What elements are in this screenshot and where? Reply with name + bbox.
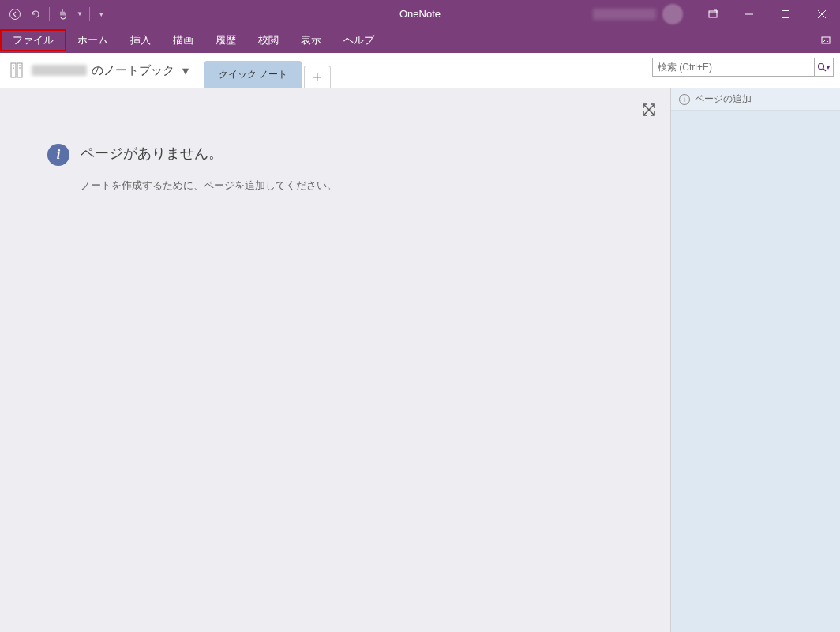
minimize-button[interactable] (731, 0, 767, 28)
tab-review[interactable]: 校閲 (247, 28, 290, 53)
empty-state: i ページがありません。 ノートを作成するために、ページを追加してください。 (47, 144, 623, 193)
separator (49, 7, 50, 21)
customize-qat-icon[interactable]: ▾ (96, 10, 103, 18)
tab-file[interactable]: ファイル (0, 29, 66, 51)
touch-mode-icon[interactable] (56, 7, 70, 21)
empty-text: ページがありません。 ノートを作成するために、ページを追加してください。 (81, 144, 337, 193)
add-page-label: ページの追加 (695, 92, 752, 106)
tab-history[interactable]: 履歴 (204, 28, 247, 53)
undo-icon[interactable] (28, 7, 43, 21)
plus-circle-icon: + (679, 94, 690, 105)
maximize-button[interactable] (767, 0, 804, 28)
empty-subtext: ノートを作成するために、ページを追加してください。 (81, 179, 337, 193)
ribbon-display-options-button[interactable] (695, 0, 731, 28)
user-name-redacted (593, 9, 656, 20)
page-list-pane: + ページの追加 (670, 88, 840, 632)
notebook-selector[interactable]: のノートブック ▾ (0, 53, 197, 88)
search-button[interactable]: ▾ (814, 58, 833, 76)
fullscreen-icon[interactable] (642, 103, 656, 120)
main-area: i ページがありません。 ノートを作成するために、ページを追加してください。 +… (0, 88, 840, 632)
svg-line-16 (823, 69, 826, 71)
quick-access-toolbar: ▼ ▾ (0, 7, 103, 21)
svg-point-0 (10, 9, 21, 19)
tab-draw[interactable]: 描画 (162, 28, 204, 53)
add-section-button[interactable] (304, 66, 331, 88)
ribbon-tabs: ファイル ホーム 挿入 描画 履歴 校閲 表示 ヘルプ (0, 28, 840, 53)
section-tabs: クイック ノート (204, 53, 331, 88)
notebook-icon (8, 61, 27, 80)
qat-dropdown-icon[interactable]: ▼ (77, 10, 83, 17)
svg-rect-6 (822, 37, 830, 43)
user-account[interactable] (593, 4, 683, 24)
notebook-bar: のノートブック ▾ クイック ノート ▾ (0, 53, 840, 88)
content-pane: i ページがありません。 ノートを作成するために、ページを追加してください。 (0, 88, 670, 632)
avatar (662, 4, 683, 24)
info-icon: i (47, 144, 69, 166)
svg-point-15 (818, 64, 823, 70)
titlebar-right (593, 0, 840, 28)
search-box[interactable]: ▾ (652, 58, 834, 77)
search-dropdown-icon: ▾ (827, 64, 831, 71)
search-icon (817, 62, 827, 72)
search-input[interactable] (653, 62, 814, 73)
tab-view[interactable]: 表示 (290, 28, 332, 53)
notebook-name-redacted (32, 65, 87, 76)
back-icon[interactable] (8, 7, 22, 21)
tab-help[interactable]: ヘルプ (332, 28, 385, 53)
close-button[interactable] (804, 0, 840, 28)
notebook-name-suffix: のノートブック (92, 63, 174, 78)
empty-heading: ページがありません。 (81, 144, 337, 163)
svg-rect-1 (709, 11, 717, 17)
window-controls (731, 0, 840, 28)
collapse-ribbon-icon[interactable] (818, 32, 834, 48)
separator (89, 7, 90, 21)
add-page-button[interactable]: + ページの追加 (671, 88, 840, 111)
tab-home[interactable]: ホーム (66, 28, 119, 53)
svg-rect-3 (782, 10, 789, 17)
section-tab-quick-notes[interactable]: クイック ノート (204, 61, 302, 88)
title-bar: ▼ ▾ OneNote (0, 0, 840, 28)
tab-insert[interactable]: 挿入 (119, 28, 162, 53)
chevron-down-icon: ▾ (182, 63, 189, 78)
app-title: OneNote (399, 8, 441, 20)
